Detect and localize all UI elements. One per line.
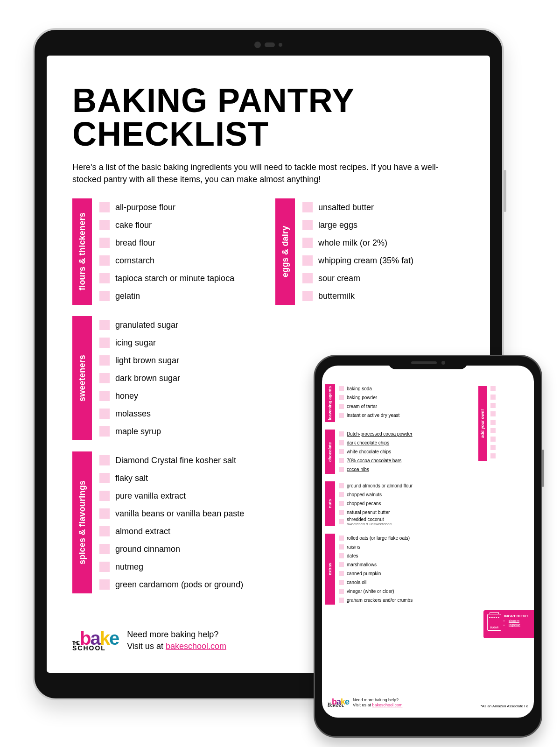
checkbox[interactable] bbox=[99, 526, 110, 536]
brand-logo: THE b a k e SCHOOL bbox=[328, 698, 349, 707]
checkbox[interactable] bbox=[339, 413, 344, 418]
item-label: canola oil bbox=[347, 580, 366, 585]
checkbox[interactable] bbox=[99, 455, 110, 465]
list-item: flaky salt bbox=[99, 469, 261, 487]
item-label: honey bbox=[115, 391, 138, 401]
item-label: bread flour bbox=[115, 238, 155, 248]
checkbox[interactable] bbox=[302, 202, 313, 212]
checkbox[interactable] bbox=[339, 467, 344, 472]
checkbox[interactable] bbox=[339, 544, 344, 550]
item-label: almond extract bbox=[115, 527, 170, 536]
category-label: spices & flavourings bbox=[72, 451, 92, 593]
checkbox[interactable] bbox=[99, 291, 110, 301]
checkbox[interactable] bbox=[99, 202, 110, 212]
checkbox[interactable] bbox=[99, 255, 110, 266]
checkbox[interactable] bbox=[99, 491, 110, 501]
checkbox[interactable] bbox=[339, 519, 344, 524]
checkbox[interactable] bbox=[99, 409, 110, 419]
checkbox[interactable] bbox=[339, 536, 344, 541]
checkbox[interactable] bbox=[339, 510, 344, 515]
item-label: Diamond Crystal fine kosher salt bbox=[115, 456, 236, 465]
list-item: bread flour bbox=[99, 234, 261, 252]
item-label: green cardamom (pods or ground) bbox=[115, 580, 243, 590]
list-item: buttermilk bbox=[302, 287, 464, 305]
checkbox[interactable] bbox=[339, 571, 344, 576]
list-item: baking soda bbox=[339, 384, 468, 393]
checkbox[interactable] bbox=[99, 373, 110, 383]
checkbox[interactable] bbox=[302, 255, 313, 266]
checkbox[interactable] bbox=[490, 386, 496, 391]
checkbox[interactable] bbox=[339, 553, 344, 558]
phone-side-button bbox=[542, 450, 544, 487]
list-item: cornstarch bbox=[99, 252, 261, 269]
checkbox[interactable] bbox=[99, 220, 110, 230]
help-line-1: Need more baking help? bbox=[127, 629, 226, 640]
list-item: dark brown sugar bbox=[99, 369, 261, 387]
checkbox[interactable] bbox=[490, 420, 496, 425]
list-item: pure vanilla extract bbox=[99, 487, 261, 505]
checkbox[interactable] bbox=[99, 320, 110, 330]
checkbox[interactable] bbox=[99, 355, 110, 366]
list-item: shredded coconutsweetened & unsweetened bbox=[339, 517, 468, 526]
checkbox[interactable] bbox=[490, 453, 496, 458]
item-label: Dutch-processed cocoa powder bbox=[347, 431, 413, 437]
checkbox[interactable] bbox=[339, 562, 344, 567]
help-link[interactable]: bakeschool.com bbox=[372, 703, 402, 707]
checkbox[interactable] bbox=[99, 508, 110, 519]
item-label: vinegar (white or cider) bbox=[347, 589, 394, 594]
logo-letter-e: e bbox=[109, 630, 119, 647]
checkbox[interactable] bbox=[339, 589, 344, 594]
checkbox[interactable] bbox=[339, 395, 344, 400]
checkbox[interactable] bbox=[339, 449, 344, 454]
checkbox[interactable] bbox=[339, 386, 344, 391]
checkbox[interactable] bbox=[99, 338, 110, 348]
checkbox[interactable] bbox=[99, 426, 110, 437]
checkbox[interactable] bbox=[339, 598, 344, 603]
checkbox[interactable] bbox=[339, 580, 344, 585]
checkbox[interactable] bbox=[99, 579, 110, 590]
checkbox[interactable] bbox=[339, 404, 344, 409]
item-label: natural peanut butter bbox=[347, 510, 390, 515]
item-label: whipping cream (35% fat) bbox=[318, 256, 413, 266]
help-text: Need more baking help? Visit us at bakes… bbox=[353, 698, 402, 708]
checkbox[interactable] bbox=[490, 428, 496, 433]
list-item: baking powder bbox=[339, 393, 468, 402]
item-label: all-purpose flour bbox=[115, 203, 175, 212]
item-label: vanilla beans or vanilla bean paste bbox=[115, 509, 244, 519]
checkbox[interactable] bbox=[339, 440, 344, 445]
checkbox[interactable] bbox=[339, 431, 344, 437]
checkbox[interactable] bbox=[99, 473, 110, 483]
item-label: flaky salt bbox=[115, 473, 148, 483]
checkbox[interactable] bbox=[302, 220, 313, 230]
list-item: icing sugar bbox=[99, 334, 261, 352]
checkbox[interactable] bbox=[99, 273, 110, 283]
checkbox[interactable] bbox=[490, 411, 496, 416]
category: nutsground almonds or almond flourchoppe… bbox=[325, 481, 468, 526]
checkbox[interactable] bbox=[99, 391, 110, 401]
checkbox[interactable] bbox=[99, 238, 110, 248]
item-label: granulated sugar bbox=[115, 320, 178, 330]
item-label: chopped pecans bbox=[347, 501, 381, 506]
list-item: instant or active dry yeast bbox=[339, 411, 468, 420]
checkbox[interactable] bbox=[490, 395, 496, 400]
checkbox[interactable] bbox=[302, 273, 313, 283]
item-label: canned pumpkin bbox=[347, 571, 381, 576]
checkbox[interactable] bbox=[339, 501, 344, 506]
card-bullet[interactable]: ingredie bbox=[509, 623, 528, 627]
list-item: green cardamom (pods or ground) bbox=[99, 576, 261, 593]
checkbox[interactable] bbox=[339, 492, 344, 497]
checkbox[interactable] bbox=[302, 291, 313, 301]
checkbox[interactable] bbox=[490, 437, 496, 442]
list-item: honey bbox=[99, 387, 261, 405]
checkbox[interactable] bbox=[302, 238, 313, 248]
help-link[interactable]: bakeschool.com bbox=[166, 641, 226, 651]
checkbox[interactable] bbox=[339, 483, 344, 488]
list-item: natural peanut butter bbox=[339, 508, 468, 517]
checkbox[interactable] bbox=[339, 458, 344, 463]
card-bullet[interactable]: shop m bbox=[509, 619, 528, 623]
checkbox[interactable] bbox=[99, 562, 110, 572]
checkbox[interactable] bbox=[490, 403, 496, 408]
checkbox[interactable] bbox=[490, 445, 496, 450]
item-label: pure vanilla extract bbox=[115, 491, 186, 501]
checkbox[interactable] bbox=[99, 544, 110, 554]
